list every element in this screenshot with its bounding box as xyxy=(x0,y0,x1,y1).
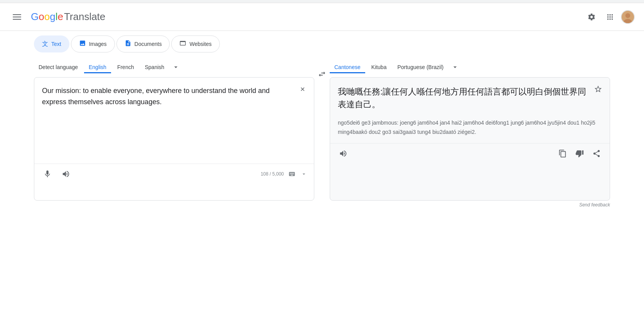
chevron-down-target-icon xyxy=(451,63,459,71)
more-options-btn[interactable] xyxy=(300,167,308,181)
thumbs-down-icon xyxy=(575,149,584,158)
websites-tab-icon xyxy=(179,40,186,48)
send-feedback-link[interactable]: Send feedback xyxy=(330,201,610,209)
input-footer: 108 / 5,000 xyxy=(34,164,314,184)
target-portuguese-btn[interactable]: Portuguese (Brazil) xyxy=(393,61,448,73)
tab-images-label: Images xyxy=(89,41,107,47)
logo[interactable]: Google Translate xyxy=(31,11,105,23)
copy-icon xyxy=(558,149,567,158)
thumbs-down-button[interactable] xyxy=(573,147,587,160)
top-bar xyxy=(0,0,644,3)
output-footer-right xyxy=(556,147,604,160)
tab-images[interactable]: Images xyxy=(71,35,115,52)
menu-button[interactable] xyxy=(9,9,25,25)
listen-button[interactable] xyxy=(59,167,73,181)
logo-translate: Translate xyxy=(64,11,105,23)
detect-language-btn[interactable]: Detect language xyxy=(34,61,83,73)
input-footer-left xyxy=(40,167,73,181)
grid-icon xyxy=(606,13,614,21)
swap-icon xyxy=(318,70,326,78)
main-content: Detect language English French Spanish ✕ xyxy=(0,57,644,209)
settings-button[interactable] xyxy=(584,9,599,25)
header-right xyxy=(584,9,635,25)
tab-documents[interactable]: Documents xyxy=(116,35,170,52)
tab-websites-label: Websites xyxy=(189,41,211,47)
source-spanish-btn[interactable]: Spanish xyxy=(140,61,169,73)
avatar-image xyxy=(622,10,634,24)
output-footer xyxy=(330,143,610,164)
tab-documents-label: Documents xyxy=(135,41,162,47)
keyboard-button[interactable] xyxy=(287,167,297,181)
svg-point-1 xyxy=(625,13,630,18)
save-translation-button[interactable] xyxy=(593,84,604,95)
tab-bar: 文 Text Images Documents Websites xyxy=(0,31,644,57)
output-volume-icon xyxy=(339,149,347,158)
star-icon xyxy=(594,85,602,93)
target-panel-wrapper: Cantonese Kituba Portuguese (Brazil) 我哋嘅… xyxy=(330,57,610,209)
target-kituba-btn[interactable]: Kituba xyxy=(367,61,391,73)
caret-down-icon xyxy=(301,171,307,177)
apps-button[interactable] xyxy=(602,9,618,25)
documents-tab-icon xyxy=(125,40,131,48)
target-lang-selector: Cantonese Kituba Portuguese (Brazil) xyxy=(330,57,610,74)
volume-icon xyxy=(62,170,70,178)
source-text-input[interactable] xyxy=(34,78,314,162)
target-cantonese-btn[interactable]: Cantonese xyxy=(330,61,365,73)
copy-translation-button[interactable] xyxy=(556,147,570,160)
images-tab-icon xyxy=(79,40,86,48)
share-icon xyxy=(592,149,601,158)
tab-text[interactable]: 文 Text xyxy=(34,35,69,52)
hamburger-icon xyxy=(13,14,21,20)
output-panel: 我哋嘅任務:讓任何人喺任何地方用任何語言都可以明白倒個世界同表達自己。 ngo5… xyxy=(330,77,610,201)
panel-divider xyxy=(314,57,330,209)
gear-icon xyxy=(587,13,596,21)
microphone-icon xyxy=(43,170,52,178)
source-english-btn[interactable]: English xyxy=(84,61,111,73)
header-left: Google Translate xyxy=(9,9,105,25)
input-panel: ✕ 108 / 5,000 xyxy=(34,77,314,201)
chevron-down-icon xyxy=(172,63,180,71)
source-lang-selector: Detect language English French Spanish xyxy=(34,57,314,74)
swap-languages-button[interactable] xyxy=(314,66,330,82)
char-count: 108 / 5,000 xyxy=(261,171,284,177)
romanization-text: ngo5dei6 ge3 jambmous: joeng6 jam6ho4 ja… xyxy=(330,118,610,143)
input-footer-right: 108 / 5,000 xyxy=(261,167,308,181)
microphone-button[interactable] xyxy=(40,167,54,181)
translated-text: 我哋嘅任務:讓任何人喺任何地方用任何語言都可以明白倒個世界同表達自己。 xyxy=(330,78,610,118)
source-lang-more-btn[interactable] xyxy=(170,60,181,74)
source-french-btn[interactable]: French xyxy=(113,61,139,73)
header: Google Translate xyxy=(0,3,644,31)
text-tab-icon: 文 xyxy=(42,40,48,48)
tab-text-label: Text xyxy=(51,41,61,47)
output-listen-button[interactable] xyxy=(336,147,350,160)
output-footer-left xyxy=(336,147,350,160)
keyboard-icon xyxy=(288,171,295,177)
source-panel-wrapper: Detect language English French Spanish ✕ xyxy=(34,57,314,209)
logo-google: Google xyxy=(31,11,63,23)
avatar[interactable] xyxy=(621,10,635,24)
target-lang-more-btn[interactable] xyxy=(450,60,460,74)
clear-button[interactable]: ✕ xyxy=(297,84,308,95)
share-button[interactable] xyxy=(590,147,604,160)
tab-websites[interactable]: Websites xyxy=(171,35,219,52)
